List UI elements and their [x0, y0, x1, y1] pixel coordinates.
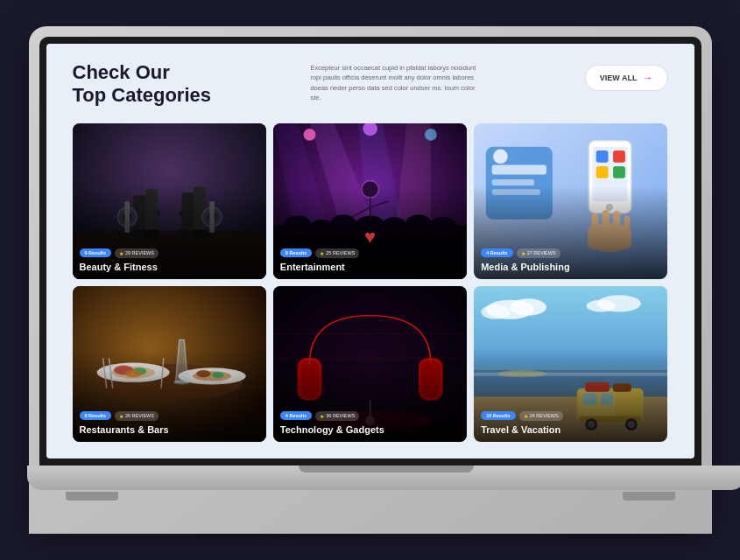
card-title-entertainment: Entertainment — [280, 262, 460, 272]
category-card-beauty[interactable]: 9 Results ★ 29 REVIEWS Beauty & Fitness — [73, 123, 266, 279]
laptop-foot-left — [66, 492, 118, 500]
categories-grid: 9 Results ★ 29 REVIEWS Beauty & Fitness — [73, 123, 668, 442]
card-info-beauty: 9 Results ★ 29 REVIEWS Beauty & Fitness — [80, 248, 259, 272]
svg-point-104 — [587, 299, 616, 312]
card-info-technology: 4 Results ★ 36 REVIEWS Technology & Gadg… — [280, 411, 460, 435]
star-icon-2: ★ — [320, 250, 324, 256]
card-title-beauty: Beauty & Fitness — [80, 262, 259, 272]
card-badges-restaurants: 9 Results ★ 26 REVIEWS — [80, 411, 259, 421]
svg-rect-44 — [596, 166, 609, 178]
category-card-technology[interactable]: 4 Results ★ 36 REVIEWS Technology & Gadg… — [273, 286, 467, 442]
svg-rect-42 — [596, 150, 609, 163]
category-card-entertainment[interactable]: ♥ 9 Results ★ 25 REVIEWS — [273, 123, 467, 279]
laptop-base — [27, 466, 741, 490]
reviews-badge-technology: ★ 36 REVIEWS — [315, 411, 359, 421]
card-info-entertainment: 9 Results ★ 25 REVIEWS Entertainment — [280, 248, 460, 272]
category-card-media[interactable]: 4 Results ★ 27 REVIEWS Media & Publishin… — [474, 123, 667, 279]
description-block: Excepteur sint occaecat cupid in pfaldat… — [301, 63, 494, 102]
card-badges-entertainment: 9 Results ★ 25 REVIEWS — [280, 248, 460, 258]
results-badge-entertainment: 9 Results — [280, 248, 312, 257]
card-badges-technology: 4 Results ★ 36 REVIEWS — [280, 411, 460, 421]
results-badge-technology: 4 Results — [280, 411, 312, 420]
heart-icon: ♥ — [364, 226, 376, 248]
screen-content: Check Our Top Categories Excepteur sint … — [46, 44, 694, 458]
card-badges-beauty: 9 Results ★ 29 REVIEWS — [80, 248, 259, 258]
svg-point-101 — [511, 298, 546, 315]
results-badge-media: 4 Results — [481, 248, 512, 257]
svg-rect-53 — [492, 164, 546, 174]
star-icon-4: ★ — [119, 413, 123, 419]
arrow-icon: → — [643, 72, 653, 84]
laptop-screen: Check Our Top Categories Excepteur sint … — [46, 44, 694, 458]
svg-point-37 — [425, 129, 437, 141]
reviews-badge-beauty: ★ 29 REVIEWS — [115, 248, 159, 258]
results-badge-restaurants: 9 Results — [80, 411, 111, 420]
laptop-screen-bezel: Check Our Top Categories Excepteur sint … — [39, 37, 701, 466]
reviews-badge-restaurants: ★ 26 REVIEWS — [115, 411, 159, 421]
laptop-hinge — [299, 466, 474, 472]
laptop-foot-right — [623, 492, 675, 500]
svg-point-35 — [303, 129, 315, 141]
card-title-technology: Technology & Gadgets — [280, 424, 460, 435]
svg-point-56 — [493, 149, 508, 164]
card-badges-travel: 10 Results ★ 24 REVIEWS — [481, 411, 660, 421]
card-info-media: 4 Results ★ 27 REVIEWS Media & Publishin… — [481, 248, 660, 272]
results-badge-travel: 10 Results — [481, 411, 516, 420]
header-section: Check Our Top Categories Excepteur sint … — [73, 61, 668, 108]
page-title: Check Our Top Categories — [73, 61, 212, 108]
star-icon-5: ★ — [320, 413, 324, 419]
svg-point-102 — [481, 304, 510, 319]
results-badge-beauty: 9 Results — [80, 248, 111, 257]
card-info-restaurants: 9 Results ★ 26 REVIEWS Restaurants & Bar… — [80, 411, 259, 435]
category-card-restaurants[interactable]: 9 Results ★ 26 REVIEWS Restaurants & Bar… — [73, 286, 266, 442]
reviews-badge-entertainment: ★ 25 REVIEWS — [315, 248, 359, 258]
card-title-travel: Travel & Vacation — [481, 424, 660, 435]
svg-rect-54 — [492, 179, 534, 186]
card-badges-media: 4 Results ★ 27 REVIEWS — [481, 248, 660, 258]
svg-rect-45 — [613, 166, 625, 178]
star-icon: ★ — [119, 250, 123, 256]
laptop-feet — [39, 492, 701, 500]
star-icon-6: ★ — [524, 413, 528, 419]
reviews-badge-media: ★ 27 REVIEWS — [517, 248, 560, 258]
laptop-outer: Check Our Top Categories Excepteur sint … — [29, 26, 712, 534]
reviews-badge-travel: ★ 24 REVIEWS — [519, 411, 563, 421]
category-card-travel[interactable]: 10 Results ★ 24 REVIEWS Travel & Vacatio… — [474, 286, 667, 442]
star-icon-3: ★ — [521, 250, 525, 256]
view-all-button[interactable]: VIEW ALL → — [585, 65, 668, 91]
card-info-travel: 10 Results ★ 24 REVIEWS Travel & Vacatio… — [481, 411, 660, 435]
laptop-container: Check Our Top Categories Excepteur sint … — [29, 26, 712, 534]
title-block: Check Our Top Categories — [73, 61, 212, 108]
card-title-restaurants: Restaurants & Bars — [80, 424, 259, 435]
card-title-media: Media & Publishing — [481, 262, 660, 272]
svg-rect-43 — [613, 150, 625, 163]
